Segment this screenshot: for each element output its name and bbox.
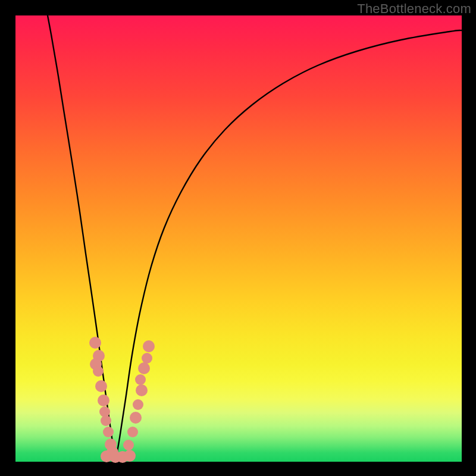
data-marker — [142, 353, 152, 364]
marker-group — [89, 337, 155, 463]
data-marker — [127, 427, 138, 437]
curve-group — [48, 15, 462, 462]
data-marker — [136, 384, 148, 396]
data-marker — [123, 440, 134, 450]
curve-right-branch — [115, 30, 462, 462]
data-marker — [103, 427, 114, 437]
data-marker — [101, 415, 111, 426]
data-marker — [124, 450, 136, 462]
data-marker — [133, 399, 143, 410]
data-marker — [130, 412, 142, 424]
curve-layer — [15, 15, 462, 462]
data-marker — [93, 366, 104, 377]
chart-frame: TheBottleneck.com — [0, 0, 476, 476]
data-marker — [135, 374, 146, 385]
plot-area — [15, 15, 462, 462]
watermark-text: TheBottleneck.com — [357, 1, 471, 17]
data-marker — [89, 337, 101, 349]
data-marker — [143, 340, 155, 352]
data-marker — [98, 394, 109, 406]
data-marker — [138, 362, 150, 374]
data-marker — [95, 380, 107, 392]
